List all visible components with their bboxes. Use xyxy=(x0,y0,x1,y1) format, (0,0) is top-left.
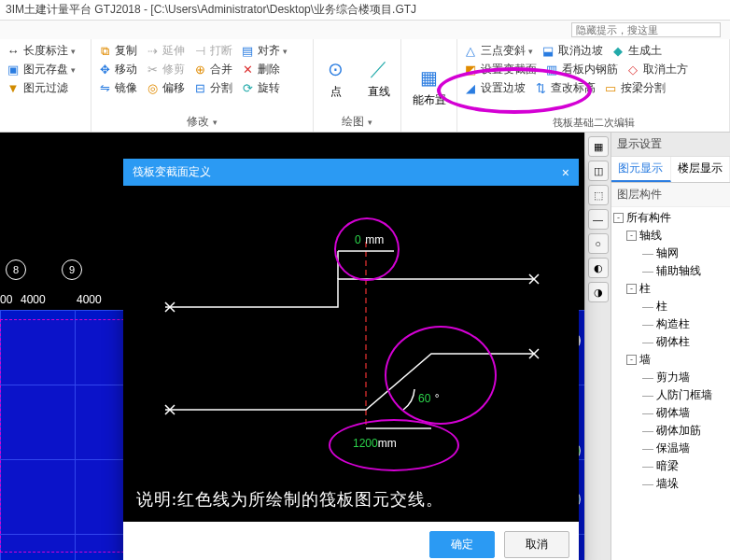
elev-icon: ⇅ xyxy=(533,81,548,96)
viewline-button[interactable]: — xyxy=(588,209,609,230)
tree-label: 轴线 xyxy=(639,228,662,244)
axis-9: 9 xyxy=(62,259,82,280)
tree-node[interactable]: -柱 xyxy=(611,280,730,298)
set-section-button[interactable]: ◩设置变截面 xyxy=(463,62,537,77)
copy-icon: ⧉ xyxy=(97,44,112,59)
view3d-button[interactable]: ▦ xyxy=(588,136,609,157)
group-draw-label: 绘图 ▾ xyxy=(319,114,395,130)
rotate-icon: ⟳ xyxy=(240,81,255,96)
move-button[interactable]: ✥移动 xyxy=(97,62,137,77)
extend-button[interactable]: ⇢延伸 xyxy=(145,43,185,59)
rotate-button[interactable]: ⟳旋转 xyxy=(240,80,280,96)
tree-label: 人防门框墙 xyxy=(656,387,712,403)
mirror-button[interactable]: ⇋镜像 xyxy=(97,80,137,96)
funnel-icon: ▼ xyxy=(6,81,21,96)
tri-slope-button[interactable]: △三点变斜▾ xyxy=(463,43,533,59)
line-button[interactable]: ／直线 xyxy=(362,54,396,102)
line-icon: ／ xyxy=(366,56,392,82)
tree-label: 辅助轴线 xyxy=(656,263,701,279)
tree-node[interactable]: —人防门框墙 xyxy=(611,386,730,404)
cancel-soil-button[interactable]: ◇取消土方 xyxy=(625,62,688,77)
align-button[interactable]: ▤对齐▾ xyxy=(240,43,288,59)
cancel-button[interactable]: 取消 xyxy=(504,531,569,558)
offset-icon: ◎ xyxy=(145,81,160,96)
tree-node[interactable]: —砌体墙 xyxy=(611,404,730,422)
tree-node[interactable]: —砌体加筋 xyxy=(611,422,730,440)
save-elem-button[interactable]: ▣图元存盘▾ xyxy=(6,62,85,77)
trim-icon: ✂ xyxy=(145,63,160,77)
ruler-icon: ↔ xyxy=(6,44,21,59)
trim-button[interactable]: ✂修剪 xyxy=(145,62,185,77)
tree-toggle-icon[interactable]: - xyxy=(613,213,624,223)
dialog-caption: 说明:红色线为所绘制的筏板图元交线。 xyxy=(136,488,443,511)
tree-label: 剪力墙 xyxy=(656,370,690,385)
annotation-oval-top xyxy=(334,217,400,281)
tree-node[interactable]: —墙垛 xyxy=(611,475,730,493)
tree-node[interactable]: -墙 xyxy=(611,351,730,369)
beam-icon: ▭ xyxy=(603,81,618,96)
viewcube-button[interactable]: ◫ xyxy=(588,161,609,181)
copy-button[interactable]: ⧉复制 xyxy=(97,43,137,59)
annotation-oval-angle xyxy=(385,326,497,425)
viewhalf1-button[interactable]: ◐ xyxy=(588,258,609,278)
tree-label: 轴网 xyxy=(656,245,679,261)
tree-label: 砌体墙 xyxy=(656,405,690,421)
offset-button[interactable]: ◎偏移 xyxy=(145,80,185,96)
tree-label: 柱 xyxy=(639,281,651,297)
tab-element-display[interactable]: 图元显示 xyxy=(611,157,671,182)
gen-soil-button[interactable]: ◆生成土 xyxy=(611,43,662,59)
tree-toggle-icon[interactable]: - xyxy=(626,284,637,294)
length-dim-button[interactable]: ↔长度标注▾ xyxy=(6,43,85,59)
app-title: 3IM土建计量平台 GTJ2018 - [C:\Users\Administra… xyxy=(6,2,416,18)
move-icon: ✥ xyxy=(97,63,112,77)
merge-button[interactable]: ⊕合并 xyxy=(192,62,232,77)
tree-node[interactable]: —柱 xyxy=(611,298,730,315)
tree-node[interactable]: —轴网 xyxy=(611,245,730,262)
dialog-titlebar[interactable]: 筏板变截面定义 × xyxy=(123,159,579,186)
smart-layout-button[interactable]: ▦能布置 xyxy=(409,63,450,110)
mirror-icon: ⇋ xyxy=(97,81,112,96)
tree-node[interactable]: —保温墙 xyxy=(611,440,730,457)
tri-icon: △ xyxy=(463,44,478,59)
tree-toggle-icon[interactable]: - xyxy=(626,355,637,365)
merge-icon: ⊕ xyxy=(192,63,207,77)
beam-split-button[interactable]: ▭按梁分割 xyxy=(603,80,666,96)
cancel-soil-icon: ◇ xyxy=(625,63,640,77)
tree-node[interactable]: —暗梁 xyxy=(611,457,730,475)
point-button[interactable]: ⊙点 xyxy=(319,54,353,102)
ok-button[interactable]: 确定 xyxy=(429,531,495,558)
dim-left: 00 xyxy=(0,293,12,306)
ribbon: ↔长度标注▾ ▣图元存盘▾ ▼图元过滤 ⧉复制 ⇢延伸 ⊣打断 ▤对齐▾ ✥移动… xyxy=(0,39,730,133)
side-panel: 显示设置 图元显示 楼层显示 图层构件 -所有构件-轴线—轴网—辅助轴线-柱—柱… xyxy=(611,133,730,560)
view-toolbar: ▦ ◫ ⬚ — ○ ◐ ◑ xyxy=(584,133,611,560)
tree-node[interactable]: —剪力墙 xyxy=(611,369,730,386)
rebar-icon: ▥ xyxy=(544,63,559,77)
component-tree[interactable]: -所有构件-轴线—轴网—辅助轴线-柱—柱—构造柱—砌体柱-墙—剪力墙—人防门框墙… xyxy=(611,207,730,560)
side-subtitle: 图层构件 xyxy=(611,183,730,207)
delete-button[interactable]: ✕删除 xyxy=(240,62,280,77)
split-button[interactable]: ⊟分割 xyxy=(192,80,232,96)
check-elev-button[interactable]: ⇅查改标高 xyxy=(533,80,596,96)
tree-node[interactable]: -所有构件 xyxy=(611,209,730,227)
cancel-slope-button[interactable]: ⬓取消边坡 xyxy=(540,43,603,59)
cancel-icon: ⬓ xyxy=(540,44,555,59)
set-slope-button[interactable]: ◢设置边坡 xyxy=(463,80,526,96)
dialog-close-button[interactable]: × xyxy=(562,165,569,180)
tree-node[interactable]: —砌体柱 xyxy=(611,333,730,351)
tree-label: 暗梁 xyxy=(656,458,679,474)
tree-node[interactable]: -轴线 xyxy=(611,227,730,245)
tree-node[interactable]: —构造柱 xyxy=(611,315,730,333)
tab-floor-display[interactable]: 楼层显示 xyxy=(671,157,731,182)
viewbox-button[interactable]: ⬚ xyxy=(588,185,609,205)
viewhalf2-button[interactable]: ◑ xyxy=(588,282,609,302)
search-input[interactable] xyxy=(571,22,721,37)
split-icon: ⊟ xyxy=(192,81,207,96)
view-rebar-button[interactable]: ▥看板内钢筋 xyxy=(544,62,618,77)
tree-node[interactable]: —辅助轴线 xyxy=(611,262,730,280)
tree-label: 柱 xyxy=(656,299,667,315)
tree-toggle-icon[interactable]: - xyxy=(626,231,637,241)
viewcircle-button[interactable]: ○ xyxy=(588,233,609,254)
dialog-body: 0 mm 60 ° 1200mm 说明:红色线为所绘制的筏板图元交线。 xyxy=(123,186,579,522)
filter-button[interactable]: ▼图元过滤 xyxy=(6,80,85,96)
break-button[interactable]: ⊣打断 xyxy=(192,43,232,59)
